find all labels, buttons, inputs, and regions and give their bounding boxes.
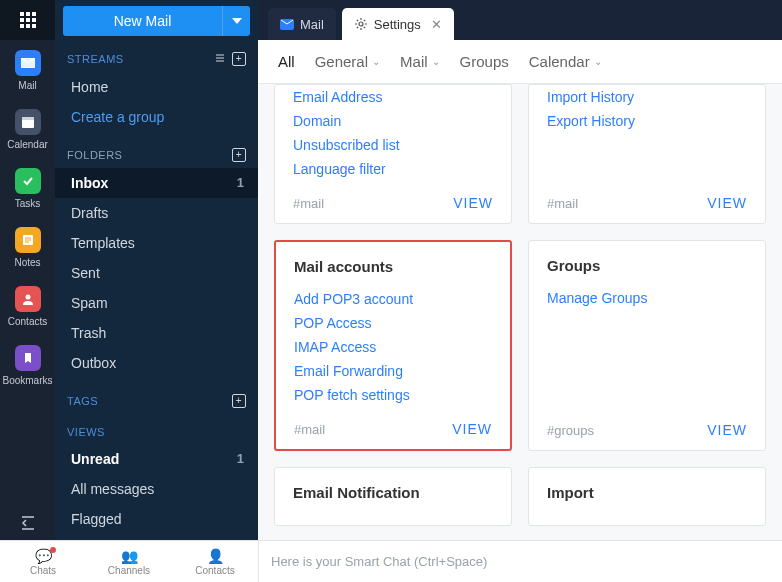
view-link[interactable]: VIEW: [452, 421, 492, 437]
link-email-forwarding[interactable]: Email Forwarding: [294, 359, 492, 383]
link-email-address[interactable]: Email Address: [293, 85, 493, 109]
rail-collapse-icon[interactable]: [0, 516, 55, 540]
svg-rect-0: [20, 12, 24, 16]
sidebar: New Mail STREAMS + Home Create a group F…: [55, 0, 258, 540]
svg-rect-7: [26, 24, 30, 28]
svg-rect-9: [21, 58, 35, 68]
link-pop-access[interactable]: POP Access: [294, 311, 492, 335]
svg-rect-11: [22, 117, 34, 120]
sidebar-item-outbox[interactable]: Outbox: [55, 348, 258, 378]
svg-rect-2: [32, 12, 36, 16]
tags-header[interactable]: TAGS +: [55, 388, 258, 414]
rail-mail[interactable]: Mail: [0, 40, 55, 99]
nav-label: All messages: [71, 481, 154, 497]
filter-groups[interactable]: Groups: [460, 53, 509, 70]
sidebar-item-spam[interactable]: Spam: [55, 288, 258, 318]
close-tab-icon[interactable]: ✕: [427, 17, 442, 32]
sidebar-item-drafts[interactable]: Drafts: [55, 198, 258, 228]
svg-rect-6: [20, 24, 24, 28]
nav-label: Flagged: [71, 511, 122, 527]
card-history: Import History Export History #mailVIEW: [528, 84, 766, 224]
chevron-down-icon: ⌄: [372, 56, 380, 67]
smart-chat-input[interactable]: Here is your Smart Chat (Ctrl+Space): [258, 541, 782, 582]
filter-label: General: [315, 53, 368, 70]
link-unsubscribed[interactable]: Unsubscribed list: [293, 133, 493, 157]
filter-general[interactable]: General⌄: [315, 53, 380, 70]
gear-icon: [354, 17, 368, 31]
new-mail-button[interactable]: New Mail: [63, 6, 222, 36]
bb-label: Contacts: [195, 565, 234, 576]
svg-rect-5: [32, 18, 36, 22]
tasks-icon: [15, 168, 41, 194]
sidebar-item-home[interactable]: Home: [55, 72, 258, 102]
sidebar-item-flagged[interactable]: Flagged: [55, 504, 258, 534]
card-tag: #groups: [547, 423, 594, 438]
filter-calendar[interactable]: Calendar⌄: [529, 53, 602, 70]
chat-icon: 💬: [35, 548, 52, 564]
link-language-filter[interactable]: Language filter: [293, 157, 493, 181]
link-pop-fetch[interactable]: POP fetch settings: [294, 383, 492, 407]
view-link[interactable]: VIEW: [707, 422, 747, 438]
folders-header[interactable]: FOLDERS +: [55, 142, 258, 168]
view-link[interactable]: VIEW: [707, 195, 747, 211]
streams-settings-icon[interactable]: [214, 52, 226, 66]
link-manage-groups[interactable]: Manage Groups: [547, 286, 747, 310]
streams-header[interactable]: STREAMS +: [55, 46, 258, 72]
views-header[interactable]: VIEWS: [55, 420, 258, 444]
sidebar-item-sent[interactable]: Sent: [55, 258, 258, 288]
bottom-channels[interactable]: 👥 Channels: [86, 541, 172, 582]
settings-content: Email Address Domain Unsubscribed list L…: [258, 84, 782, 540]
rail-notes[interactable]: Notes: [0, 217, 55, 276]
card-title: Email Notification: [293, 484, 493, 501]
rail-label-calendar: Calendar: [7, 139, 48, 150]
bottom-chats[interactable]: 💬 Chats: [0, 541, 86, 582]
apps-grid-icon[interactable]: [0, 0, 55, 40]
bottom-bar: 💬 Chats 👥 Channels 👤 Contacts Here is yo…: [0, 540, 782, 582]
card-tag: #mail: [547, 196, 578, 211]
rail-tasks[interactable]: Tasks: [0, 158, 55, 217]
tags-add-icon[interactable]: +: [232, 394, 246, 408]
rail-calendar[interactable]: Calendar: [0, 99, 55, 158]
sidebar-item-create-group[interactable]: Create a group: [55, 102, 258, 132]
nav-label: Outbox: [71, 355, 116, 371]
view-link[interactable]: VIEW: [453, 195, 493, 211]
link-imap-access[interactable]: IMAP Access: [294, 335, 492, 359]
svg-rect-3: [20, 18, 24, 22]
sidebar-item-allmessages[interactable]: All messages: [55, 474, 258, 504]
nav-label: Sent: [71, 265, 100, 281]
tags-label: TAGS: [67, 395, 98, 407]
svg-rect-8: [32, 24, 36, 28]
chevron-down-icon: ⌄: [594, 56, 602, 67]
filter-mail[interactable]: Mail⌄: [400, 53, 440, 70]
card-tag: #mail: [294, 422, 325, 437]
sidebar-item-inbox[interactable]: Inbox1: [55, 168, 258, 198]
card-title: Mail accounts: [294, 258, 492, 275]
tab-mail[interactable]: Mail: [268, 8, 336, 40]
link-export-history[interactable]: Export History: [547, 109, 747, 133]
rail-contacts[interactable]: Contacts: [0, 276, 55, 335]
svg-point-16: [25, 295, 30, 300]
filter-all[interactable]: All: [278, 53, 295, 70]
nav-label: Trash: [71, 325, 106, 341]
folders-add-icon[interactable]: +: [232, 148, 246, 162]
sidebar-item-unread[interactable]: Unread1: [55, 444, 258, 474]
rail-label-tasks: Tasks: [15, 198, 41, 209]
bb-label: Channels: [108, 565, 150, 576]
new-mail-caret[interactable]: [222, 6, 250, 36]
sidebar-item-templates[interactable]: Templates: [55, 228, 258, 258]
rail-bookmarks[interactable]: Bookmarks: [0, 335, 55, 394]
main-panel: Mail Settings ✕ All General⌄ Mail⌄ Group…: [258, 0, 782, 540]
streams-add-icon[interactable]: +: [232, 52, 246, 66]
link-add-pop3[interactable]: Add POP3 account: [294, 287, 492, 311]
sidebar-item-trash[interactable]: Trash: [55, 318, 258, 348]
tab-settings[interactable]: Settings ✕: [342, 8, 454, 40]
nav-label: Inbox: [71, 175, 108, 191]
link-import-history[interactable]: Import History: [547, 85, 747, 109]
card-import: Import: [528, 467, 766, 526]
card-tag: #mail: [293, 196, 324, 211]
link-domain[interactable]: Domain: [293, 109, 493, 133]
notification-dot: [50, 547, 56, 553]
inbox-count: 1: [237, 175, 244, 191]
bottom-contacts[interactable]: 👤 Contacts: [172, 541, 258, 582]
rail-label-mail: Mail: [18, 80, 36, 91]
